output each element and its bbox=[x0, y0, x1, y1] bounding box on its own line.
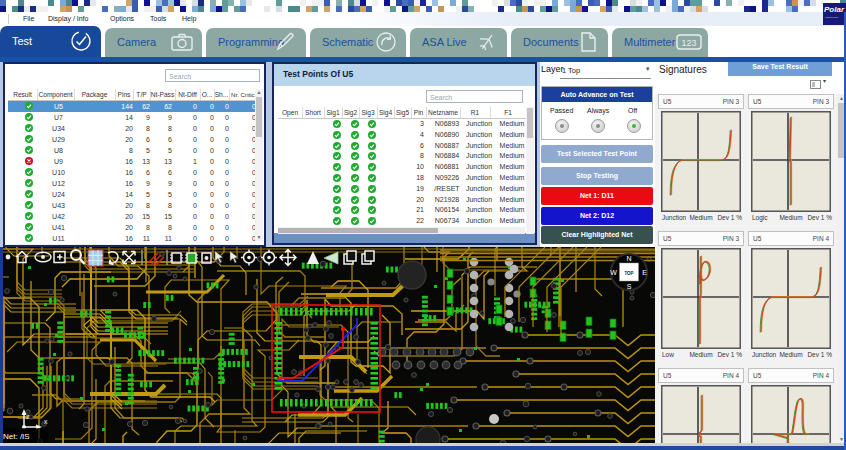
svg-text:W: W bbox=[610, 269, 617, 276]
svg-text:123: 123 bbox=[681, 38, 696, 48]
svg-text:Net: /IS: Net: /IS bbox=[3, 432, 30, 441]
svg-text:TOP: TOP bbox=[624, 271, 633, 276]
svg-text:z: z bbox=[26, 413, 30, 420]
svg-text:x: x bbox=[44, 418, 48, 425]
svg-text:E: E bbox=[642, 269, 647, 276]
svg-text:N: N bbox=[626, 255, 631, 262]
svg-text:S: S bbox=[627, 283, 632, 290]
